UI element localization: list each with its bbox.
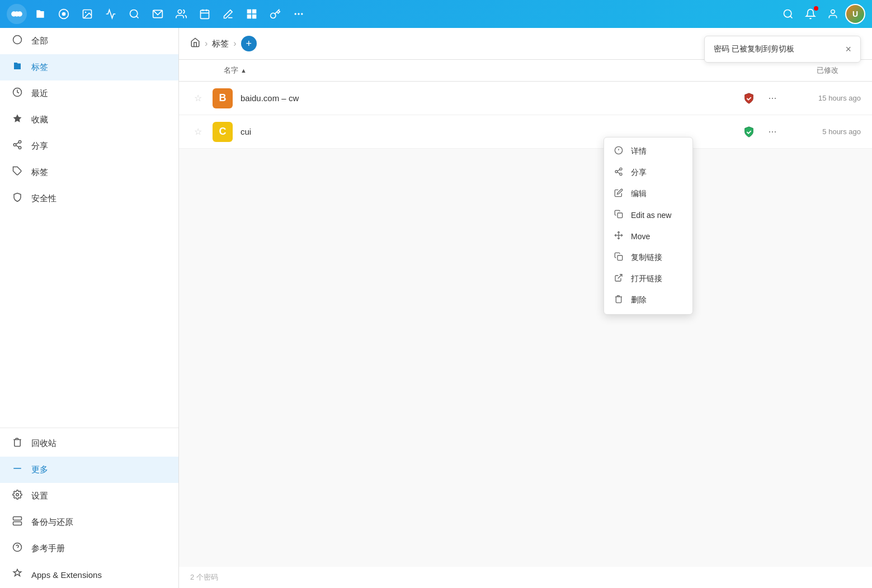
breadcrumb-home[interactable] bbox=[190, 37, 200, 50]
svg-line-22 bbox=[790, 16, 793, 18]
ctx-details[interactable]: 详情 bbox=[604, 141, 692, 162]
toast-notification: 密码 已被复制到剪切板 × bbox=[704, 36, 861, 63]
svg-point-21 bbox=[784, 10, 791, 17]
search-top-icon[interactable] bbox=[778, 4, 798, 24]
sidebar-label-all: 全部 bbox=[31, 36, 48, 46]
trash-icon bbox=[11, 437, 23, 450]
breadcrumb-tag-label[interactable]: 标签 bbox=[212, 39, 229, 49]
passwords-icon[interactable] bbox=[265, 4, 285, 24]
toast-message: 密码 已被复制到剪切板 bbox=[714, 44, 794, 54]
main-content: › 标签 › + 名字 ▲ 已修改 ☆ B baidu.com – cw bbox=[179, 28, 872, 588]
ctx-open-link-label: 打开链接 bbox=[631, 274, 662, 284]
avatar-baidu: B bbox=[213, 88, 233, 108]
top-navigation: U bbox=[0, 0, 872, 28]
ctx-share[interactable]: 分享 bbox=[604, 162, 692, 183]
search-nav-icon[interactable] bbox=[124, 4, 144, 24]
contacts-icon[interactable] bbox=[171, 4, 191, 24]
svg-point-28 bbox=[13, 144, 16, 146]
mail-icon[interactable] bbox=[148, 4, 168, 24]
more-icon bbox=[11, 463, 23, 476]
ctx-move-icon bbox=[613, 231, 624, 242]
security-icon bbox=[11, 192, 23, 205]
ctx-edit[interactable]: 编辑 bbox=[604, 183, 692, 205]
favorites-icon bbox=[11, 113, 23, 126]
ctx-edit-as-new[interactable]: Edit as new bbox=[604, 205, 692, 226]
svg-point-46 bbox=[620, 173, 622, 176]
dashboard-icon[interactable] bbox=[54, 4, 74, 24]
manual-icon bbox=[11, 542, 23, 555]
svg-rect-17 bbox=[252, 15, 257, 19]
column-modified-label: 已修改 bbox=[760, 65, 838, 75]
sidebar-item-tags[interactable]: 标签 bbox=[0, 54, 178, 80]
context-menu-button-cui[interactable]: ··· bbox=[763, 123, 781, 141]
sidebar-label-favorites: 收藏 bbox=[31, 115, 48, 125]
calendar-icon[interactable] bbox=[195, 4, 215, 24]
avatar[interactable]: U bbox=[845, 4, 865, 24]
sidebar-item-apps[interactable]: Apps & Extensions bbox=[0, 562, 178, 588]
svg-rect-35 bbox=[13, 517, 22, 520]
sidebar-item-favorites[interactable]: 收藏 bbox=[0, 107, 178, 133]
favorite-button-baidu[interactable]: ☆ bbox=[190, 91, 206, 106]
svg-point-20 bbox=[301, 13, 303, 15]
svg-rect-36 bbox=[13, 522, 22, 525]
backup-icon bbox=[11, 516, 23, 529]
svg-marker-26 bbox=[13, 115, 22, 122]
svg-point-24 bbox=[13, 36, 22, 44]
sidebar-item-tags2[interactable]: 标签 bbox=[0, 159, 178, 186]
sidebar-item-shared[interactable]: 分享 bbox=[0, 133, 178, 159]
breadcrumb-sep1: › bbox=[205, 39, 208, 49]
password-list: ☆ B baidu.com – cw ··· 15 hours ago ☆ C … bbox=[179, 82, 872, 567]
context-menu: 详情 分享 编辑 Edit as new bbox=[604, 137, 693, 315]
svg-rect-33 bbox=[13, 468, 21, 469]
avatar-cui: C bbox=[213, 122, 233, 142]
ctx-open-link-icon bbox=[613, 273, 624, 284]
sidebar-item-recent[interactable]: 最近 bbox=[0, 80, 178, 107]
bell-icon[interactable] bbox=[800, 4, 821, 24]
sidebar-label-recent: 最近 bbox=[31, 88, 48, 99]
ctx-copy-link[interactable]: 复制链接 bbox=[604, 247, 692, 268]
svg-line-48 bbox=[618, 169, 620, 171]
sidebar-divider bbox=[0, 428, 178, 428]
password-count: 2 个密码 bbox=[179, 567, 872, 588]
svg-rect-49 bbox=[618, 213, 623, 218]
sidebar: 全部 标签 最近 收藏 分享 bbox=[0, 28, 179, 588]
breadcrumb-sep2: › bbox=[233, 39, 236, 49]
sidebar-item-manual[interactable]: 参考手册 bbox=[0, 535, 178, 562]
column-name-label: 名字 bbox=[224, 65, 238, 75]
photos-icon[interactable] bbox=[77, 4, 97, 24]
deck-icon[interactable] bbox=[242, 4, 262, 24]
sidebar-item-settings[interactable]: 设置 bbox=[0, 483, 178, 509]
svg-point-45 bbox=[615, 170, 618, 173]
password-name-cui[interactable]: cui bbox=[241, 127, 741, 136]
svg-rect-14 bbox=[247, 10, 252, 14]
files-icon[interactable] bbox=[30, 4, 50, 24]
ctx-share-label: 分享 bbox=[631, 168, 647, 178]
ctx-delete[interactable]: 删除 bbox=[604, 290, 692, 311]
sidebar-item-security[interactable]: 安全性 bbox=[0, 186, 178, 212]
svg-rect-16 bbox=[247, 15, 252, 19]
apps-icon bbox=[11, 568, 23, 581]
favorite-button-cui[interactable]: ☆ bbox=[190, 124, 206, 140]
sidebar-item-all[interactable]: 全部 bbox=[0, 28, 178, 54]
password-name-baidu[interactable]: baidu.com – cw bbox=[241, 93, 741, 103]
svg-line-30 bbox=[16, 145, 18, 147]
notes-icon[interactable] bbox=[218, 4, 238, 24]
sidebar-item-more[interactable]: 更多 bbox=[0, 457, 178, 483]
table-row: ☆ C cui ··· 5 hours ago bbox=[179, 115, 872, 149]
svg-point-5 bbox=[85, 12, 87, 13]
ctx-open-link[interactable]: 打开链接 bbox=[604, 268, 692, 290]
sidebar-item-backup[interactable]: 备份与还原 bbox=[0, 509, 178, 535]
toast-close-button[interactable]: × bbox=[845, 44, 851, 54]
activity-icon[interactable] bbox=[101, 4, 121, 24]
more-apps-icon[interactable] bbox=[289, 4, 309, 24]
user-icon[interactable] bbox=[823, 4, 843, 24]
app-logo[interactable] bbox=[7, 4, 27, 24]
svg-point-6 bbox=[130, 10, 138, 17]
column-name-sort[interactable]: 名字 ▲ bbox=[224, 65, 760, 75]
breadcrumb-add-button[interactable]: + bbox=[241, 36, 257, 51]
ctx-details-label: 详情 bbox=[631, 146, 647, 157]
sidebar-label-apps: Apps & Extensions bbox=[31, 570, 102, 580]
ctx-move[interactable]: Move bbox=[604, 226, 692, 247]
sidebar-item-trash[interactable]: 回收站 bbox=[0, 430, 178, 457]
context-menu-button-baidu[interactable]: ··· bbox=[763, 89, 781, 107]
